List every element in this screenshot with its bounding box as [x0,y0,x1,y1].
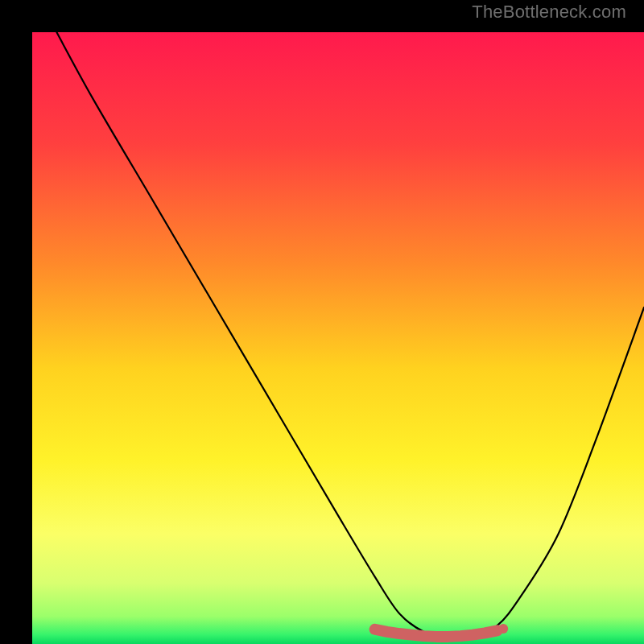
chart-frame [16,16,628,628]
watermark-text: TheBottleneck.com [472,2,626,23]
gradient-background [32,32,644,644]
bottleneck-chart [32,32,644,644]
valley-endpoint-marker [498,624,508,634]
